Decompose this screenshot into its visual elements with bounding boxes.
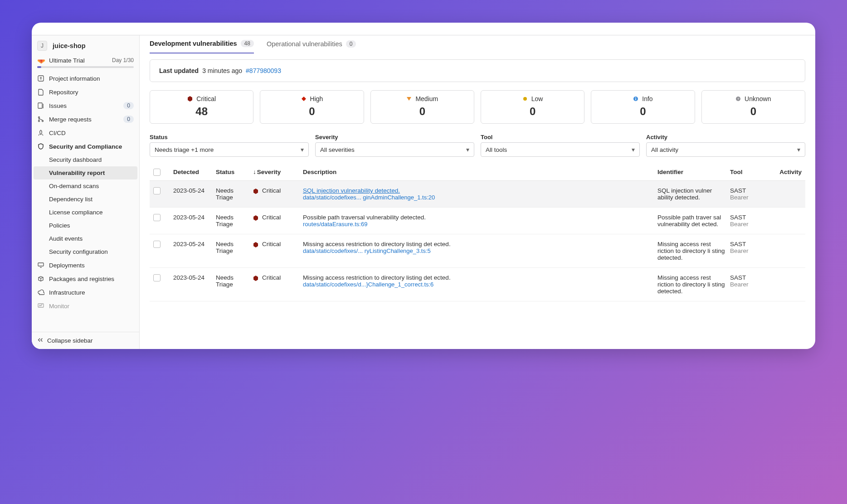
sub-item-audit-events[interactable]: Audit events xyxy=(32,232,139,245)
column-severity[interactable]: ↓Severity xyxy=(253,169,298,175)
column-tool[interactable]: Tool xyxy=(730,169,765,175)
triangle-icon xyxy=(406,96,412,102)
sidebar-item-infrastructure[interactable]: Infrastructure xyxy=(32,286,139,299)
svg-marker-16 xyxy=(253,189,258,194)
vulnerability-title: Missing access restriction to directory … xyxy=(303,241,653,247)
tab-operational-vulnerabilities[interactable]: Operational vulnerabilities 0 xyxy=(267,37,356,53)
summary-card-unknown[interactable]: ? Unknown 0 xyxy=(701,90,805,124)
sub-item-policies[interactable]: Policies xyxy=(32,219,139,232)
sub-item-label: Audit events xyxy=(49,235,134,242)
summary-count: 0 xyxy=(267,105,357,118)
sidebar: J juice-shop Ultimate Trial Day 1/30 Pro… xyxy=(32,35,140,349)
sub-item-label: Policies xyxy=(49,222,134,229)
app-body: J juice-shop Ultimate Trial Day 1/30 Pro… xyxy=(32,35,815,349)
mr-count-badge: 0 xyxy=(123,116,134,123)
row-checkbox[interactable] xyxy=(153,187,161,194)
tab-development-vulnerabilities[interactable]: Development vulnerabilities 48 xyxy=(150,37,254,53)
summary-count: 0 xyxy=(377,105,467,118)
filter-tool-select[interactable]: All tools ▾ xyxy=(481,142,640,157)
select-all-checkbox[interactable] xyxy=(153,169,161,176)
row-checkbox[interactable] xyxy=(153,241,161,248)
summary-card-info[interactable]: Info 0 xyxy=(591,90,695,124)
vulnerability-path-link[interactable]: data/static/codefixes... ginAdminChallen… xyxy=(303,194,653,201)
issues-icon xyxy=(37,102,44,109)
column-activity[interactable]: Activity xyxy=(770,169,802,175)
vulnerability-title-link[interactable]: SQL injection vulnerability detected. xyxy=(303,187,653,194)
sub-item-vulnerability-report[interactable]: Vulnerability report xyxy=(34,166,137,179)
column-identifier[interactable]: Identifier xyxy=(657,169,725,175)
sidebar-item-merge-requests[interactable]: Merge requests 0 xyxy=(32,112,139,126)
summary-card-low[interactable]: Low 0 xyxy=(481,90,584,124)
last-updated-label: Last updated xyxy=(159,67,199,74)
sidebar-item-monitor[interactable]: Monitor xyxy=(32,299,139,313)
sidebar-item-issues[interactable]: Issues 0 xyxy=(32,99,139,112)
sidebar-item-project-information[interactable]: Project information xyxy=(32,72,139,85)
tool-cell: SAST Bearer xyxy=(730,214,765,228)
filter-value: Needs triage +1 more xyxy=(155,146,214,153)
detected-date: 2023-05-24 xyxy=(173,241,211,247)
column-description[interactable]: Description xyxy=(303,169,653,175)
table-row[interactable]: 2023-05-24 Needs Triage Critical Missing… xyxy=(150,234,805,268)
row-checkbox[interactable] xyxy=(153,274,161,281)
tool-cell: SAST Bearer xyxy=(730,241,765,254)
summary-card-critical[interactable]: Critical 48 xyxy=(150,90,253,124)
status-value: Needs Triage xyxy=(216,214,248,228)
sub-item-license-compliance[interactable]: License compliance xyxy=(32,206,139,219)
summary-card-medium[interactable]: Medium 0 xyxy=(370,90,474,124)
sidebar-item-security[interactable]: Security and Compliance xyxy=(32,140,139,153)
svg-marker-8 xyxy=(302,97,306,101)
filter-status-select[interactable]: Needs triage +1 more ▾ xyxy=(150,142,309,157)
sidebar-item-cicd[interactable]: CI/CD xyxy=(32,126,139,140)
collapse-sidebar-button[interactable]: Collapse sidebar xyxy=(32,332,139,349)
project-header[interactable]: J juice-shop xyxy=(32,38,139,53)
sidebar-item-label: CI/CD xyxy=(49,130,134,136)
svg-text:?: ? xyxy=(737,97,740,101)
detected-date: 2023-05-24 xyxy=(173,214,211,221)
identifier-text: Missing access rest riction to directory… xyxy=(657,274,725,295)
last-updated-time: 3 minutes ago xyxy=(202,67,242,74)
table-row[interactable]: 2023-05-24 Needs Triage Critical Possibl… xyxy=(150,208,805,234)
sub-item-security-configuration[interactable]: Security configuration xyxy=(32,245,139,258)
sidebar-item-packages[interactable]: Packages and registries xyxy=(32,272,139,286)
filter-severity-select[interactable]: All severities ▾ xyxy=(315,142,474,157)
tabs: Development vulnerabilities 48 Operation… xyxy=(150,37,805,54)
vulnerability-path-link[interactable]: routes/dataErasure.ts:69 xyxy=(303,221,653,228)
column-status[interactable]: Status xyxy=(216,169,248,175)
column-detected[interactable]: Detected xyxy=(173,169,211,175)
vulnerability-path-link[interactable]: data/static/codefixes/... ryListingChall… xyxy=(303,247,653,254)
tool-secondary: Bearer xyxy=(730,194,765,201)
description-cell: Missing access restriction to directory … xyxy=(303,274,653,288)
issues-count-badge: 0 xyxy=(123,102,134,109)
window-top-border xyxy=(32,23,815,35)
sub-item-dependency-list[interactable]: Dependency list xyxy=(32,193,139,206)
trial-day: Day 1/30 xyxy=(112,57,134,63)
sidebar-item-label: Merge requests xyxy=(49,116,123,123)
table-row[interactable]: 2023-05-24 Needs Triage Critical SQL inj… xyxy=(150,181,805,208)
circle-icon xyxy=(522,96,528,102)
shield-icon xyxy=(37,143,44,150)
filter-value: All activity xyxy=(651,146,678,153)
sidebar-item-deployments[interactable]: Deployments xyxy=(32,258,139,272)
tab-badge: 0 xyxy=(346,40,356,48)
identifier-text: Possible path traver sal vulnerability d… xyxy=(657,214,725,228)
vulnerability-path-link[interactable]: data/static/codefixes/d...}Challenge_1_c… xyxy=(303,281,653,288)
svg-marker-18 xyxy=(253,242,258,247)
summary-card-high[interactable]: High 0 xyxy=(260,90,364,124)
filter-value: All severities xyxy=(320,146,355,153)
hexagon-icon xyxy=(253,242,258,247)
project-avatar: J xyxy=(37,41,47,51)
sub-item-on-demand-scans[interactable]: On-demand scans xyxy=(32,179,139,193)
row-checkbox[interactable] xyxy=(153,214,161,221)
collapse-sidebar-label: Collapse sidebar xyxy=(47,337,93,344)
trial-row[interactable]: Ultimate Trial Day 1/30 xyxy=(32,53,139,65)
severity-cell: Critical xyxy=(253,274,298,281)
app-window: J juice-shop Ultimate Trial Day 1/30 Pro… xyxy=(32,23,815,349)
severity-cell: Critical xyxy=(253,241,298,247)
hexagon-icon xyxy=(187,96,193,102)
tool-primary: SAST xyxy=(730,187,765,194)
sub-item-security-dashboard[interactable]: Security dashboard xyxy=(32,153,139,166)
sidebar-item-repository[interactable]: Repository xyxy=(32,85,139,99)
filter-activity-select[interactable]: All activity ▾ xyxy=(646,142,805,157)
pipeline-link[interactable]: #877980093 xyxy=(246,67,281,74)
table-row[interactable]: 2023-05-24 Needs Triage Critical Missing… xyxy=(150,268,805,301)
